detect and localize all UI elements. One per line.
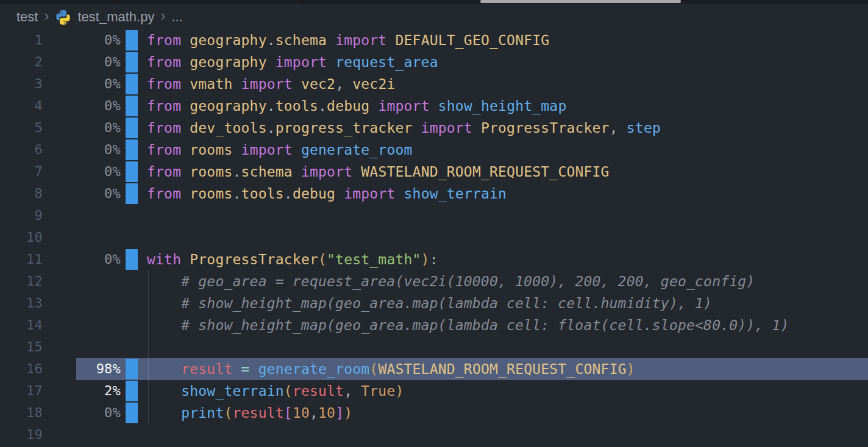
code-row[interactable]: 40%from geography.tools.debug import sho…: [0, 95, 868, 117]
code-row[interactable]: 15: [0, 336, 868, 358]
code-token: import: [378, 98, 429, 114]
line-number: 6: [0, 139, 43, 161]
line-number: 14: [0, 314, 43, 336]
code-token: [233, 76, 241, 92]
coverage-percent: 0%: [43, 73, 121, 95]
code-token: [293, 142, 301, 158]
code-line: from geography.tools.debug import show_h…: [147, 95, 566, 117]
code-row[interactable]: 1698% result = generate_room(WASTELAND_R…: [0, 358, 868, 380]
code-row[interactable]: 20%from geography import request_area: [0, 51, 868, 73]
code-token: (: [224, 405, 232, 421]
code-token: [147, 295, 181, 311]
line-number: 16: [0, 358, 43, 380]
code-token: True: [361, 383, 395, 399]
code-token: generate_room: [301, 142, 413, 158]
code-token: [352, 164, 361, 180]
horizontal-scrollbar-thumb[interactable]: [480, 0, 681, 3]
code-row[interactable]: 60%from rooms import generate_room: [0, 139, 868, 161]
code-line: from rooms import generate_room: [147, 139, 413, 161]
coverage-percent: 0%: [43, 183, 121, 205]
code-token: ]: [335, 405, 344, 421]
code-row[interactable]: 14 # show_height_map(geo_area.map(lambda…: [0, 314, 868, 336]
code-token: vmath: [190, 76, 232, 92]
coverage-percent: 0%: [43, 139, 121, 161]
code-row[interactable]: 10%from geography.schema import DEFAULT_…: [0, 29, 868, 51]
code-token: 10: [293, 405, 310, 421]
coverage-percent: 2%: [43, 380, 121, 402]
code-row[interactable]: 70%from rooms.schema import WASTELAND_RO…: [0, 161, 868, 183]
code-token: ,: [344, 383, 352, 399]
code-token: [413, 120, 421, 136]
code-token: (: [318, 252, 327, 267]
coverage-block: [126, 139, 138, 160]
code-token: [335, 186, 344, 202]
code-row[interactable]: 10: [0, 227, 868, 248]
code-token: show_height_map: [438, 98, 567, 114]
code-row[interactable]: 80%from rooms.tools.debug import show_te…: [0, 183, 868, 205]
code-token: rooms: [190, 164, 232, 180]
code-row[interactable]: 50%from dev_tools.progress_tracker impor…: [0, 117, 868, 139]
code-token: [: [284, 405, 293, 421]
code-token: [233, 142, 241, 158]
code-token: # geo_area = request_area(vec2i(10000, 1…: [181, 273, 755, 289]
code-row[interactable]: 172% show_terrain(result, True): [0, 380, 868, 402]
line-number: 4: [0, 95, 43, 117]
code-token: [386, 32, 395, 48]
code-token: dev_tools: [190, 120, 266, 136]
coverage-block: [126, 381, 138, 401]
code-token: .: [267, 32, 276, 48]
code-token: with: [147, 252, 181, 267]
code-row[interactable]: 13 # show_height_map(geo_area.map(lambda…: [0, 292, 868, 314]
code-line: from dev_tools.progress_tracker import P…: [147, 117, 661, 139]
code-token: geography: [190, 98, 266, 114]
code-token: [181, 98, 190, 114]
code-token: show_terrain: [404, 186, 507, 202]
coverage-block: [126, 74, 138, 94]
code-token: .: [233, 186, 241, 202]
code-row[interactable]: 9: [0, 205, 868, 227]
breadcrumb-folder[interactable]: test: [16, 9, 38, 25]
breadcrumb-file[interactable]: test_math.py: [77, 9, 154, 25]
code-token: "test_math": [327, 252, 421, 267]
code-row[interactable]: 12 # geo_area = request_area(vec2i(10000…: [0, 270, 868, 292]
breadcrumb: test › test_math.py › ...: [0, 4, 868, 29]
code-token: :: [430, 252, 438, 267]
code-token: import: [335, 32, 386, 48]
code-line: result = generate_room(WASTELAND_ROOM_RE…: [147, 358, 635, 380]
chevron-right-icon: ›: [44, 9, 49, 23]
breadcrumb-symbol[interactable]: ...: [171, 9, 182, 25]
code-token: [181, 54, 190, 70]
code-line: from geography import request_area: [147, 51, 438, 73]
indent-guide: [148, 270, 149, 424]
code-line: from geography.schema import DEFAULT_GEO…: [147, 29, 549, 51]
code-row[interactable]: 19: [0, 424, 868, 446]
code-token: [147, 273, 181, 289]
code-token: .: [318, 98, 327, 114]
code-token: vec2: [301, 76, 335, 92]
code-token: from: [147, 98, 181, 114]
editor[interactable]: 10%from geography.schema import DEFAULT_…: [0, 29, 868, 446]
code-token: import: [241, 142, 293, 158]
code-token: .: [267, 98, 276, 114]
code-row[interactable]: 180% print(result[10,10]): [0, 402, 868, 424]
coverage-block: [126, 96, 138, 116]
code-token: [430, 98, 438, 114]
code-token: geography: [190, 32, 266, 48]
code-line: with ProgressTracker("test_math"):: [147, 248, 438, 270]
line-number: 1: [0, 29, 43, 51]
code-row[interactable]: 30%from vmath import vec2, vec2i: [0, 73, 868, 95]
tab-separator: [301, 0, 302, 4]
code-row[interactable]: 110%with ProgressTracker("test_math"):: [0, 248, 868, 270]
line-number: 8: [0, 183, 43, 205]
code-token: [293, 76, 301, 92]
line-number: 7: [0, 161, 43, 183]
code-token: [181, 164, 190, 180]
code-token: [396, 186, 404, 202]
code-token: request_area: [335, 54, 438, 70]
code-token: [344, 76, 352, 92]
code-token: from: [147, 54, 181, 70]
line-number: 2: [0, 51, 43, 73]
code-token: step: [627, 120, 661, 136]
tab-bar-remnant: [0, 0, 868, 4]
coverage-block: [126, 249, 138, 270]
